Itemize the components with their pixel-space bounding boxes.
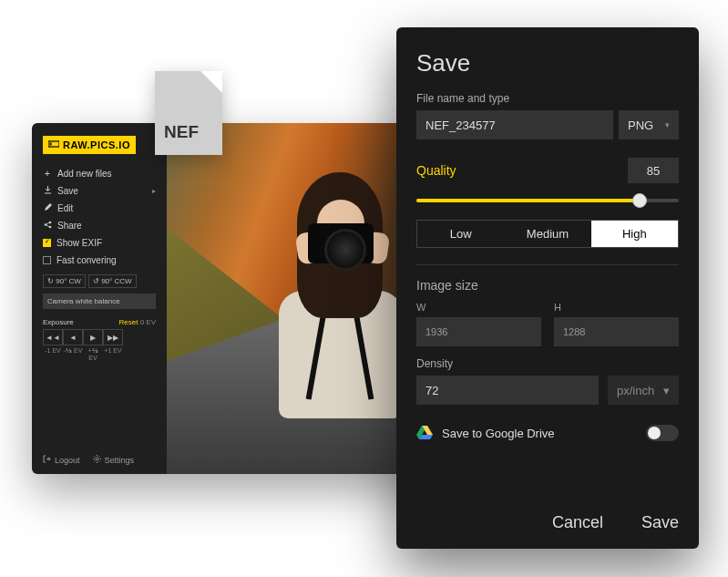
exposure-label: Exposure <box>43 318 74 326</box>
google-drive-icon <box>416 426 433 440</box>
sidebar-edit[interactable]: Edit <box>43 200 156 217</box>
logo-text: RAW.PICS.IO <box>63 139 130 150</box>
gear-icon <box>93 455 101 465</box>
density-unit-select[interactable]: px/inch ▾ <box>608 376 679 405</box>
sidebar-label: Edit <box>57 203 73 213</box>
sidebar-share[interactable]: Share <box>43 217 156 234</box>
width-label: W <box>416 302 541 313</box>
google-drive-label: Save to Google Drive <box>442 427 555 440</box>
exposure-value: 0 EV <box>140 318 156 326</box>
filetype-value: PNG <box>628 118 653 132</box>
settings-button[interactable]: Settings <box>93 455 135 465</box>
exposure-buttons: ◄◄ ◄ ▶ ▶▶ <box>43 329 156 345</box>
density-input[interactable]: 72 <box>416 376 599 405</box>
ev-plus-1-button[interactable]: ▶▶ <box>103 329 123 345</box>
file-type-label: NEF <box>164 122 199 142</box>
rotate-buttons: ↻ 90° CW ↺ 90° CCW <box>43 274 156 288</box>
slider-thumb-icon[interactable] <box>632 193 647 208</box>
share-icon <box>43 221 52 231</box>
filename-input[interactable]: NEF_234577 <box>416 110 613 139</box>
rotate-ccw-icon: ↺ <box>93 277 99 285</box>
exposure-reset[interactable]: Reset <box>119 318 138 326</box>
checkbox-icon <box>43 256 51 264</box>
density-label: Density <box>416 357 679 370</box>
checkbox-checked-icon <box>43 239 51 247</box>
sidebar-footer: Logout Settings <box>43 446 156 465</box>
rotate-cw-icon: ↻ <box>47 277 54 285</box>
sidebar-label: Share <box>57 221 82 231</box>
chevron-down-icon: ▾ <box>665 120 670 129</box>
sidebar-fast-converting[interactable]: Fast convering <box>43 252 156 269</box>
sidebar-label: Add new files <box>57 169 111 179</box>
file-icon: NEF <box>155 71 222 155</box>
sidebar-save[interactable]: Save ▸ <box>43 182 156 200</box>
cancel-button[interactable]: Cancel <box>552 513 603 532</box>
app-logo: RAW.PICS.IO <box>43 136 136 154</box>
plus-icon: + <box>43 169 52 179</box>
image-size-label: Image size <box>416 278 679 293</box>
rotate-ccw-button[interactable]: ↺ 90° CCW <box>88 274 137 288</box>
logout-icon <box>43 455 51 465</box>
quality-presets: Low Medium High <box>416 220 679 248</box>
width-input[interactable]: 1936 <box>416 317 541 346</box>
svg-point-5 <box>96 458 98 460</box>
svg-point-3 <box>48 222 51 224</box>
ev-minus-1-button[interactable]: ◄◄ <box>43 329 63 345</box>
ev-plus-third-button[interactable]: ▶ <box>83 329 103 345</box>
toggle-knob-icon <box>648 427 661 439</box>
download-icon <box>43 186 52 196</box>
rotate-cw-button[interactable]: ↻ 90° CW <box>43 274 86 288</box>
ev-minus-third-button[interactable]: ◄ <box>63 329 83 345</box>
quality-input[interactable]: 85 <box>628 158 679 183</box>
quality-label: Quality <box>416 163 456 178</box>
quality-slider[interactable] <box>416 192 679 209</box>
save-dialog: Save File name and type NEF_234577 PNG ▾… <box>396 27 699 549</box>
logout-button[interactable]: Logout <box>43 455 80 465</box>
sidebar-show-exif[interactable]: Show EXIF <box>43 234 156 252</box>
filename-label: File name and type <box>416 92 679 105</box>
exposure-button-labels: -1 EV -⅓ EV +⅓ EV +1 EV <box>43 347 156 361</box>
sidebar-add-files[interactable]: + Add new files <box>43 165 156 182</box>
chevron-down-icon: ▾ <box>663 384 670 397</box>
white-balance-label: Camera white balance <box>47 297 120 305</box>
dialog-title: Save <box>416 49 679 77</box>
google-drive-toggle[interactable] <box>646 425 679 441</box>
save-button[interactable]: Save <box>641 513 679 532</box>
filetype-select[interactable]: PNG ▾ <box>619 110 679 139</box>
height-label: H <box>554 302 679 313</box>
exposure-header: Exposure Reset 0 EV <box>43 318 156 326</box>
sidebar: RAW.PICS.IO + Add new files Save ▸ Edit <box>32 123 167 474</box>
density-unit-value: px/inch <box>617 384 654 397</box>
white-balance-dropdown[interactable]: Camera white balance <box>43 294 156 309</box>
logout-label: Logout <box>55 456 80 465</box>
svg-rect-1 <box>50 143 52 146</box>
sidebar-label: Fast convering <box>56 255 117 265</box>
quality-medium-button[interactable]: Medium <box>504 221 590 247</box>
chevron-right-icon: ▸ <box>152 187 156 195</box>
quality-high-button[interactable]: High <box>591 221 678 247</box>
height-input[interactable]: 1288 <box>554 317 679 346</box>
logo-icon <box>48 139 59 150</box>
settings-label: Settings <box>105 456 135 465</box>
file-type-badge: NEF <box>155 71 222 155</box>
quality-low-button[interactable]: Low <box>417 221 504 247</box>
pencil-icon <box>43 203 52 213</box>
sidebar-label: Show EXIF <box>56 238 102 248</box>
svg-point-4 <box>48 226 51 229</box>
sidebar-label: Save <box>57 186 78 196</box>
